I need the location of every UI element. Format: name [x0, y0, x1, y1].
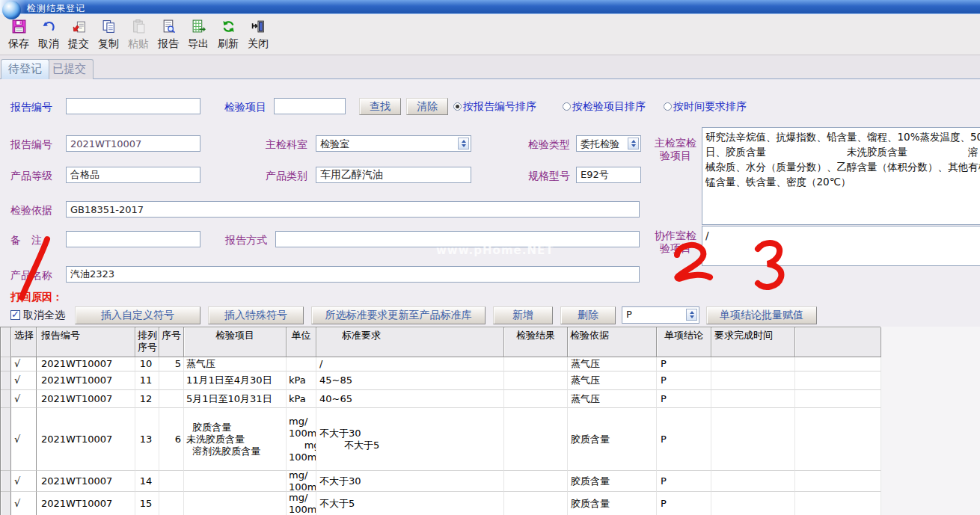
table-cell[interactable]: √	[11, 357, 37, 371]
batch-assign-button[interactable]: 单项结论批量赋值	[706, 306, 817, 324]
table-cell[interactable]	[504, 371, 568, 390]
table-cell[interactable]	[159, 471, 184, 492]
table-row[interactable]: √2021WT10007105蒸气压/蒸气压P	[1, 357, 881, 371]
table-cell[interactable]: 2021WT10007	[37, 390, 135, 408]
toolbar-button-undo[interactable]: 取消	[34, 16, 64, 54]
tab-pending[interactable]: 待登记	[1, 59, 49, 79]
table-cell[interactable]: 蒸气压	[568, 390, 657, 408]
main-dept-select[interactable]: 检验室	[316, 135, 471, 152]
table-cell[interactable]	[159, 492, 184, 515]
add-button[interactable]: 新增	[493, 306, 553, 324]
table-cell[interactable]	[159, 371, 184, 390]
table-cell[interactable]	[711, 357, 795, 371]
column-header[interactable]: 检验依据	[568, 327, 657, 357]
table-cell[interactable]: 45~85	[316, 371, 504, 390]
clear-button[interactable]: 清除	[406, 98, 448, 115]
table-cell[interactable]: mg/ 100mL	[287, 492, 316, 515]
toolbar-button-submit[interactable]: 提交	[64, 16, 94, 54]
table-row[interactable]: √2021WT100071111月1日至4月30日kPa45~85蒸气压P	[1, 371, 881, 390]
table-cell[interactable]: 40~65	[316, 390, 504, 408]
find-button[interactable]: 查找	[359, 98, 401, 115]
sort-radio-option[interactable]: 按报告编号排序	[453, 100, 536, 114]
table-cell[interactable]: P	[657, 408, 711, 471]
table-cell[interactable]: P	[657, 390, 711, 408]
conclusion-select[interactable]: P	[622, 306, 699, 324]
table-cell[interactable]: /	[316, 357, 504, 371]
table-cell[interactable]: 蒸气压	[568, 371, 657, 390]
coop-items-box[interactable]: /	[702, 226, 980, 266]
column-header[interactable]: 报告编号	[37, 327, 135, 357]
toolbar-button-close[interactable]: 关闭	[243, 16, 273, 54]
table-cell[interactable]: 5月1日至10月31日	[184, 390, 287, 408]
search-item-input[interactable]	[274, 98, 346, 114]
tab-submitted[interactable]: 已提交	[45, 59, 94, 79]
product-category-input[interactable]	[316, 167, 471, 183]
column-header[interactable]: 排列 序号	[135, 327, 159, 357]
table-cell[interactable]: 胶质含量	[568, 471, 657, 492]
table-cell[interactable]: 蒸气压	[184, 357, 287, 371]
insert-special-symbol-button[interactable]: 插入特殊符号	[208, 306, 304, 324]
table-cell[interactable]: mg/ 100mL mg/ 100mL	[287, 408, 316, 471]
table-cell[interactable]: 2021WT10007	[37, 492, 135, 515]
table-cell[interactable]: 胶质含量	[568, 408, 657, 471]
table-cell[interactable]	[711, 471, 795, 492]
table-cell[interactable]: 15	[135, 492, 159, 515]
table-cell[interactable]: P	[657, 371, 711, 390]
table-cell[interactable]: 2021WT10007	[37, 408, 135, 471]
search-report-no-input[interactable]	[66, 98, 200, 114]
table-cell[interactable]: √	[11, 408, 37, 471]
table-cell[interactable]: 蒸气压	[568, 357, 657, 371]
table-cell[interactable]: 不大于5	[316, 492, 504, 515]
spinner-icon[interactable]	[628, 138, 639, 149]
toolbar-button-report[interactable]: 报告	[153, 16, 183, 54]
table-cell[interactable]: 5	[159, 357, 184, 371]
table-row[interactable]: √2021WT1000715mg/ 100mL不大于5胶质含量P	[1, 492, 881, 515]
table-cell[interactable]: 不大于30	[316, 471, 504, 492]
table-cell[interactable]	[711, 390, 795, 408]
sort-radio-option[interactable]: 按检验项目排序	[563, 100, 646, 114]
table-cell[interactable]	[711, 408, 795, 471]
table-cell[interactable]	[711, 371, 795, 390]
insert-custom-symbol-button[interactable]: 插入自定义符号	[75, 306, 200, 324]
toolbar-button-save[interactable]: 保存	[4, 16, 34, 54]
table-cell[interactable]	[711, 492, 795, 515]
column-header[interactable]: 序号	[159, 327, 184, 357]
column-header[interactable]: 检验项目	[184, 327, 287, 357]
table-cell[interactable]: 11	[135, 371, 159, 390]
table-cell[interactable]: √	[11, 492, 37, 515]
table-cell[interactable]: 13	[135, 408, 159, 471]
delete-button[interactable]: 删除	[560, 306, 616, 324]
table-cell[interactable]: 12	[135, 390, 159, 408]
toolbar-button-refresh[interactable]: 刷新	[213, 16, 243, 54]
table-cell[interactable]: 不大于30 不大于5	[316, 408, 504, 471]
table-row[interactable]: √2021WT10007125月1日至10月31日kPa40~65蒸气压P	[1, 390, 881, 408]
table-cell[interactable]: 2021WT10007	[37, 371, 135, 390]
table-cell[interactable]	[504, 492, 568, 515]
table-cell[interactable]: √	[11, 390, 37, 408]
table-cell[interactable]: kPa	[287, 390, 316, 408]
table-row[interactable]: √2021WT1000714mg/ 100mL不大于30胶质含量P	[1, 471, 881, 492]
table-cell[interactable]: 11月1日至4月30日	[184, 371, 287, 390]
radio-icon[interactable]	[453, 102, 462, 111]
radio-icon[interactable]	[664, 102, 672, 111]
main-items-box[interactable]: 研究法辛烷值、抗爆指数、铅含量、馏程、10%蒸发温度、50%蒸 日、胶质含量 未…	[702, 127, 980, 225]
table-cell[interactable]: 6	[159, 408, 184, 471]
remark-input[interactable]	[66, 231, 200, 247]
table-cell[interactable]: 胶质含量	[568, 492, 657, 515]
column-header[interactable]: 单位	[287, 327, 316, 357]
column-header[interactable]: 检验结果	[504, 327, 568, 357]
table-cell[interactable]: √	[11, 471, 37, 492]
table-cell[interactable]: 2021WT10007	[37, 357, 135, 371]
update-standard-button[interactable]: 所选标准要求更新至产品标准库	[311, 306, 486, 324]
table-cell[interactable]	[504, 408, 568, 471]
spec-model-input[interactable]	[576, 167, 641, 183]
table-cell[interactable]: kPa	[287, 371, 316, 390]
table-cell[interactable]: P	[657, 492, 711, 515]
table-cell[interactable]	[184, 471, 287, 492]
toolbar-button-export[interactable]: 导出	[183, 16, 213, 54]
table-row[interactable]: √2021WT10007136 胶质含量 未洗胶质含量 溶剂洗胶质含量mg/ 1…	[1, 408, 881, 471]
column-header[interactable]: 标准要求	[316, 327, 504, 357]
table-cell[interactable]	[184, 492, 287, 515]
column-header[interactable]: 单项结论	[657, 327, 711, 357]
table-cell[interactable]	[159, 390, 184, 408]
